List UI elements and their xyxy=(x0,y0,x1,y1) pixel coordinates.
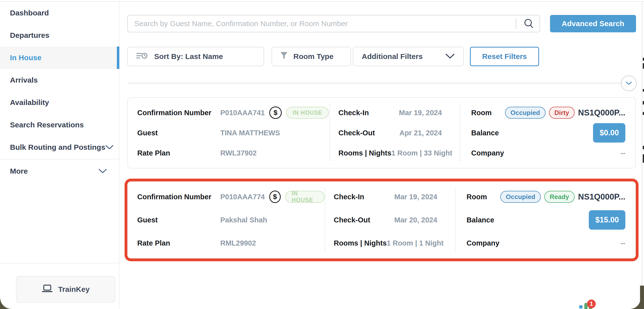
confirmation-number[interactable]: P010AAA741 xyxy=(220,109,265,117)
sidebar-footer: TrainKey xyxy=(0,263,119,303)
additional-filters-button[interactable]: Additional Filters xyxy=(353,47,464,66)
sidebar-item-label: Arrivals xyxy=(10,76,38,84)
notification-badge[interactable]: 1 xyxy=(587,299,596,308)
rooms-nights-value: 1 Room | 33 Night xyxy=(391,149,452,157)
edge-divider-line xyxy=(642,2,642,309)
active-indicator-bar xyxy=(117,47,119,69)
rate-plan-value: RML29902 xyxy=(220,239,256,247)
sidebar-item-dashboard[interactable]: Dashboard xyxy=(0,2,119,24)
room-type-button[interactable]: Room Type xyxy=(272,47,351,66)
balance-row: Balance $0.00 xyxy=(471,127,625,139)
rate-plan-value: RWL37902 xyxy=(220,149,256,157)
room-status-pill-occupied: Occupied xyxy=(500,191,540,203)
company-row: Company -- xyxy=(471,147,625,159)
confirmation-value-group: P010AAA741 $ IN HOUSE xyxy=(220,107,329,119)
edge-artifact xyxy=(643,146,644,149)
room-status-pill-dirty: Dirty xyxy=(549,107,575,119)
room-number[interactable]: NS1Q000P... xyxy=(578,108,625,117)
sidebar-item-availability[interactable]: Availability xyxy=(0,91,119,114)
reset-filters-button[interactable]: Reset Filters xyxy=(470,47,539,66)
card-room-column: Room Occupied Ready NS1Q000P... Balance … xyxy=(456,182,635,258)
balance-label: Balance xyxy=(466,216,494,224)
room-status-pill-occupied: Occupied xyxy=(505,107,545,119)
search-row: Advanced Search xyxy=(127,15,636,32)
filter-row: Sort By: Last Name Room Type Additional … xyxy=(127,47,636,66)
check-out-label: Check-Out xyxy=(338,129,375,137)
rooms-nights-value: 1 Room | 1 Night xyxy=(387,239,444,247)
sidebar-section-divider xyxy=(0,159,119,159)
sort-by-button[interactable]: Sort By: Last Name xyxy=(127,47,264,66)
search-divider xyxy=(516,19,516,29)
check-out-row: Check-Out Mar 20, 2024 xyxy=(334,214,437,226)
sidebar-item-label: Dashboard xyxy=(10,9,49,17)
main-content: Advanced Search Sort By: Last Name xyxy=(119,2,644,309)
guest-label: Guest xyxy=(137,216,220,224)
status-badge: IN HOUSE xyxy=(285,191,325,203)
sidebar-item-bulk-routing[interactable]: Bulk Routing and Postings xyxy=(0,136,119,158)
card-dates-column: Check-In Mar 19, 2024 Check-Out Mar 20, … xyxy=(325,182,456,258)
sidebar-item-departures[interactable]: Departures xyxy=(0,24,119,47)
room-row: Room Occupied Ready NS1Q000P... xyxy=(466,191,625,203)
confirmation-label: Confirmation Number xyxy=(137,109,220,117)
card-guest-column: Confirmation Number P010AAA741 $ IN HOUS… xyxy=(128,98,330,168)
dollar-circle-icon[interactable]: $ xyxy=(269,107,282,119)
window-corner-bottom-left xyxy=(0,297,12,309)
room-status-pill-ready: Ready xyxy=(544,191,575,203)
rate-plan-row: Rate Plan RML29902 xyxy=(137,237,325,249)
check-out-label: Check-Out xyxy=(334,216,370,224)
additional-filters-label: Additional Filters xyxy=(362,52,423,61)
room-label: Room xyxy=(466,193,500,201)
sidebar-item-label: More xyxy=(10,167,28,175)
sort-by-label: Sort By: Last Name xyxy=(154,52,223,61)
sidebar-item-in-house[interactable]: In House xyxy=(0,47,119,69)
window-corner-bottom-right xyxy=(630,298,640,309)
advanced-search-button[interactable]: Advanced Search xyxy=(550,15,636,32)
guest-name[interactable]: TINA MATTHEWS xyxy=(220,129,280,137)
card-room-column: Room Occupied Dirty NS1Q000P... Balance … xyxy=(460,98,635,168)
confirmation-number[interactable]: P010AAA774 xyxy=(220,193,265,201)
balance-label: Balance xyxy=(471,129,499,137)
collapse-toggle[interactable] xyxy=(621,75,637,91)
dollar-circle-icon[interactable]: $ xyxy=(269,191,281,203)
window-edge-bottom-right xyxy=(640,286,644,309)
company-value: -- xyxy=(621,149,625,157)
company-label: Company xyxy=(466,239,499,247)
company-label: Company xyxy=(471,149,504,157)
trainkey-button[interactable]: TrainKey xyxy=(16,276,115,303)
edge-artifact xyxy=(643,154,644,163)
check-out-row: Check-Out Apr 21, 2024 xyxy=(338,127,442,139)
in-house-reservations-screen: Dashboard Departures In House Arrivals A… xyxy=(0,0,644,309)
rooms-nights-label: Rooms | Nights xyxy=(338,149,391,157)
search-box xyxy=(127,15,540,32)
search-icon[interactable] xyxy=(523,18,540,29)
check-out-date: Mar 20, 2024 xyxy=(394,216,437,224)
search-input[interactable] xyxy=(128,20,516,28)
rate-plan-label: Rate Plan xyxy=(137,239,220,247)
balance-chip[interactable]: $15.00 xyxy=(589,210,625,230)
reset-filters-label: Reset Filters xyxy=(482,52,527,61)
sidebar-item-label: Search Reservations xyxy=(10,121,84,129)
check-out-date: Apr 21, 2024 xyxy=(399,129,442,137)
balance-chip[interactable]: $0.00 xyxy=(593,123,625,143)
divider-line xyxy=(127,83,622,83)
confirmation-row: Confirmation Number P010AAA774 $ IN HOUS… xyxy=(137,191,325,203)
edge-artifact xyxy=(643,89,644,92)
card-dates-column: Check-In Mar 19, 2024 Check-Out Apr 21, … xyxy=(330,98,460,168)
sidebar-item-more[interactable]: More xyxy=(0,160,119,182)
edge-artifact xyxy=(643,58,644,61)
sidebar-item-search-reservations[interactable]: Search Reservations xyxy=(0,114,119,136)
chevron-down-icon xyxy=(98,167,107,175)
reservation-card[interactable]: Confirmation Number P010AAA741 $ IN HOUS… xyxy=(127,97,636,168)
check-in-label: Check-In xyxy=(338,109,369,117)
reservation-card-highlighted[interactable]: Confirmation Number P010AAA774 $ IN HOUS… xyxy=(127,181,636,258)
sidebar-item-label: In House xyxy=(10,54,42,62)
sidebar-item-arrivals[interactable]: Arrivals xyxy=(0,69,119,91)
list-section-divider xyxy=(127,75,636,91)
confirmation-label: Confirmation Number xyxy=(137,193,220,201)
guest-row: Guest Pakshal Shah xyxy=(137,214,325,226)
edge-artifact xyxy=(643,101,644,105)
rooms-nights-label: Rooms | Nights xyxy=(334,239,387,247)
room-number[interactable]: NS1Q000P... xyxy=(578,192,625,201)
guest-name[interactable]: Pakshal Shah xyxy=(220,216,267,224)
card-guest-column: Confirmation Number P010AAA774 $ IN HOUS… xyxy=(128,182,325,258)
